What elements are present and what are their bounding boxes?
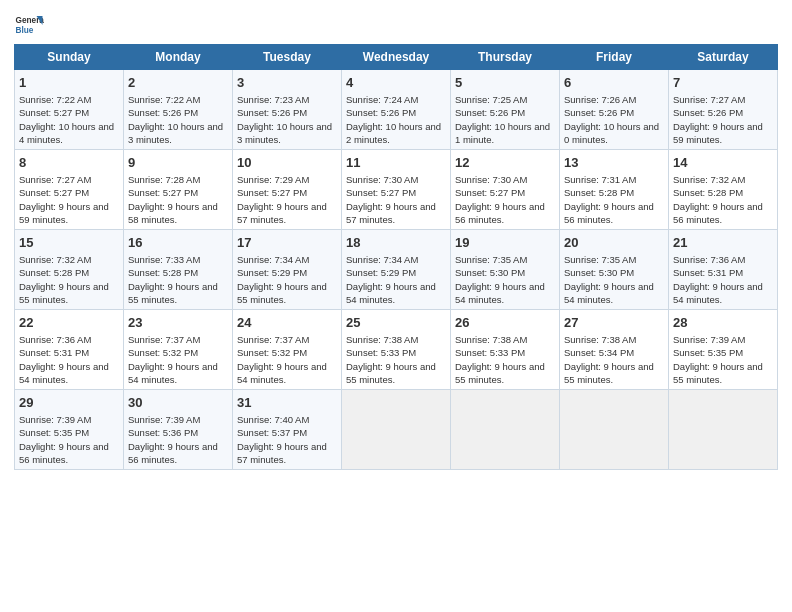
day-number: 30: [128, 394, 228, 412]
day-number: 11: [346, 154, 446, 172]
sunset: Sunset: 5:35 PM: [673, 347, 743, 358]
sunrise: Sunrise: 7:25 AM: [455, 94, 527, 105]
day-number: 3: [237, 74, 337, 92]
header-row: SundayMondayTuesdayWednesdayThursdayFrid…: [15, 45, 778, 70]
calendar-cell: 14Sunrise: 7:32 AMSunset: 5:28 PMDayligh…: [669, 150, 778, 230]
sunset: Sunset: 5:30 PM: [564, 267, 634, 278]
day-number: 29: [19, 394, 119, 412]
daylight: Daylight: 9 hours and 55 minutes.: [128, 281, 218, 305]
calendar-cell: 29Sunrise: 7:39 AMSunset: 5:35 PMDayligh…: [15, 390, 124, 470]
header: General Blue: [14, 10, 778, 40]
daylight: Daylight: 9 hours and 55 minutes.: [564, 361, 654, 385]
calendar-cell: 5Sunrise: 7:25 AMSunset: 5:26 PMDaylight…: [451, 70, 560, 150]
main-container: General Blue SundayMondayTuesdayWednesda…: [0, 0, 792, 480]
calendar-table: SundayMondayTuesdayWednesdayThursdayFrid…: [14, 44, 778, 470]
day-number: 2: [128, 74, 228, 92]
daylight: Daylight: 9 hours and 54 minutes.: [673, 281, 763, 305]
calendar-cell: 27Sunrise: 7:38 AMSunset: 5:34 PMDayligh…: [560, 310, 669, 390]
col-header-saturday: Saturday: [669, 45, 778, 70]
calendar-row: 22Sunrise: 7:36 AMSunset: 5:31 PMDayligh…: [15, 310, 778, 390]
sunrise: Sunrise: 7:29 AM: [237, 174, 309, 185]
day-number: 9: [128, 154, 228, 172]
calendar-cell: [451, 390, 560, 470]
calendar-cell: 26Sunrise: 7:38 AMSunset: 5:33 PMDayligh…: [451, 310, 560, 390]
sunrise: Sunrise: 7:24 AM: [346, 94, 418, 105]
sunrise: Sunrise: 7:28 AM: [128, 174, 200, 185]
sunset: Sunset: 5:29 PM: [237, 267, 307, 278]
daylight: Daylight: 9 hours and 56 minutes.: [564, 201, 654, 225]
svg-text:Blue: Blue: [16, 26, 34, 35]
day-number: 20: [564, 234, 664, 252]
logo-icon: General Blue: [14, 10, 44, 40]
col-header-sunday: Sunday: [15, 45, 124, 70]
calendar-cell: 12Sunrise: 7:30 AMSunset: 5:27 PMDayligh…: [451, 150, 560, 230]
sunset: Sunset: 5:26 PM: [673, 107, 743, 118]
daylight: Daylight: 9 hours and 55 minutes.: [346, 361, 436, 385]
day-number: 23: [128, 314, 228, 332]
daylight: Daylight: 9 hours and 54 minutes.: [19, 361, 109, 385]
sunset: Sunset: 5:30 PM: [455, 267, 525, 278]
daylight: Daylight: 9 hours and 54 minutes.: [346, 281, 436, 305]
calendar-cell: 15Sunrise: 7:32 AMSunset: 5:28 PMDayligh…: [15, 230, 124, 310]
sunset: Sunset: 5:27 PM: [237, 187, 307, 198]
sunrise: Sunrise: 7:27 AM: [673, 94, 745, 105]
calendar-cell: 28Sunrise: 7:39 AMSunset: 5:35 PMDayligh…: [669, 310, 778, 390]
day-number: 25: [346, 314, 446, 332]
col-header-tuesday: Tuesday: [233, 45, 342, 70]
sunrise: Sunrise: 7:35 AM: [564, 254, 636, 265]
calendar-cell: 2Sunrise: 7:22 AMSunset: 5:26 PMDaylight…: [124, 70, 233, 150]
sunset: Sunset: 5:32 PM: [128, 347, 198, 358]
sunset: Sunset: 5:26 PM: [455, 107, 525, 118]
sunset: Sunset: 5:28 PM: [673, 187, 743, 198]
daylight: Daylight: 9 hours and 55 minutes.: [673, 361, 763, 385]
calendar-cell: 31Sunrise: 7:40 AMSunset: 5:37 PMDayligh…: [233, 390, 342, 470]
daylight: Daylight: 10 hours and 4 minutes.: [19, 121, 114, 145]
calendar-cell: 22Sunrise: 7:36 AMSunset: 5:31 PMDayligh…: [15, 310, 124, 390]
sunrise: Sunrise: 7:34 AM: [237, 254, 309, 265]
calendar-cell: 8Sunrise: 7:27 AMSunset: 5:27 PMDaylight…: [15, 150, 124, 230]
calendar-cell: 30Sunrise: 7:39 AMSunset: 5:36 PMDayligh…: [124, 390, 233, 470]
daylight: Daylight: 9 hours and 55 minutes.: [19, 281, 109, 305]
day-number: 13: [564, 154, 664, 172]
daylight: Daylight: 10 hours and 1 minute.: [455, 121, 550, 145]
daylight: Daylight: 9 hours and 58 minutes.: [128, 201, 218, 225]
day-number: 6: [564, 74, 664, 92]
calendar-row: 1Sunrise: 7:22 AMSunset: 5:27 PMDaylight…: [15, 70, 778, 150]
calendar-cell: 11Sunrise: 7:30 AMSunset: 5:27 PMDayligh…: [342, 150, 451, 230]
sunrise: Sunrise: 7:40 AM: [237, 414, 309, 425]
calendar-cell: 6Sunrise: 7:26 AMSunset: 5:26 PMDaylight…: [560, 70, 669, 150]
day-number: 22: [19, 314, 119, 332]
sunrise: Sunrise: 7:36 AM: [19, 334, 91, 345]
sunrise: Sunrise: 7:31 AM: [564, 174, 636, 185]
day-number: 31: [237, 394, 337, 412]
calendar-cell: [342, 390, 451, 470]
daylight: Daylight: 9 hours and 54 minutes.: [128, 361, 218, 385]
calendar-cell: 17Sunrise: 7:34 AMSunset: 5:29 PMDayligh…: [233, 230, 342, 310]
day-number: 1: [19, 74, 119, 92]
sunset: Sunset: 5:26 PM: [564, 107, 634, 118]
sunset: Sunset: 5:28 PM: [128, 267, 198, 278]
sunset: Sunset: 5:36 PM: [128, 427, 198, 438]
sunset: Sunset: 5:26 PM: [346, 107, 416, 118]
sunset: Sunset: 5:29 PM: [346, 267, 416, 278]
sunset: Sunset: 5:26 PM: [128, 107, 198, 118]
daylight: Daylight: 9 hours and 55 minutes.: [237, 281, 327, 305]
sunrise: Sunrise: 7:38 AM: [346, 334, 418, 345]
sunset: Sunset: 5:27 PM: [19, 107, 89, 118]
logo: General Blue: [14, 10, 44, 40]
daylight: Daylight: 10 hours and 2 minutes.: [346, 121, 441, 145]
calendar-cell: 18Sunrise: 7:34 AMSunset: 5:29 PMDayligh…: [342, 230, 451, 310]
daylight: Daylight: 10 hours and 0 minutes.: [564, 121, 659, 145]
sunset: Sunset: 5:31 PM: [19, 347, 89, 358]
day-number: 28: [673, 314, 773, 332]
sunrise: Sunrise: 7:32 AM: [19, 254, 91, 265]
sunrise: Sunrise: 7:35 AM: [455, 254, 527, 265]
day-number: 26: [455, 314, 555, 332]
calendar-cell: 21Sunrise: 7:36 AMSunset: 5:31 PMDayligh…: [669, 230, 778, 310]
daylight: Daylight: 9 hours and 56 minutes.: [455, 201, 545, 225]
sunset: Sunset: 5:31 PM: [673, 267, 743, 278]
sunrise: Sunrise: 7:36 AM: [673, 254, 745, 265]
sunset: Sunset: 5:27 PM: [128, 187, 198, 198]
sunrise: Sunrise: 7:23 AM: [237, 94, 309, 105]
sunrise: Sunrise: 7:37 AM: [128, 334, 200, 345]
